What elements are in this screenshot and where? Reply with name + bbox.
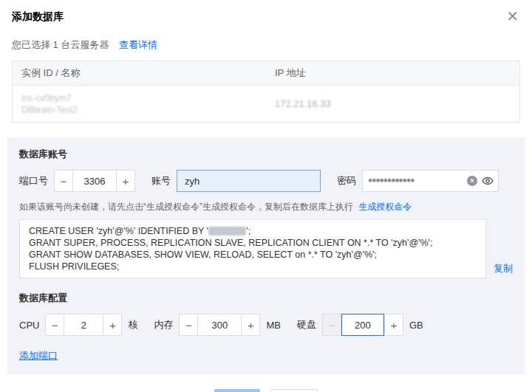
- password-label: 密码: [337, 174, 356, 188]
- disk-label: 硬盘: [297, 318, 316, 331]
- sql-command-row: CREATE USER 'zyh'@'%' IDENTIFIED BY '***…: [19, 219, 513, 278]
- auth-command-hint: 如果该账号尚未创建，请先点击“生成授权命令”生成授权命令，复制后在数据库上执行 …: [19, 201, 513, 213]
- config-form-row: CPU − + 核 内存 − + MB 硬盘 − + GB: [19, 314, 513, 336]
- instance-table: 实例 ID / 名称 IP 地址 ins-cv0bym7 DBbrain-Tes…: [12, 61, 520, 123]
- cpu-stepper: − +: [45, 314, 122, 336]
- sql-line-4: FLUSH PRIVILEGES;: [29, 261, 477, 272]
- confirm-button[interactable]: 确定: [214, 389, 260, 392]
- add-database-dialog: 添加数据库 ✕ 您已选择 1 台云服务器 查看详情 实例 ID / 名称 IP …: [0, 0, 532, 392]
- cpu-input[interactable]: [64, 314, 103, 336]
- sql-line-1-prefix: CREATE USER 'zyh'@'%' IDENTIFIED BY ': [29, 226, 208, 236]
- close-icon[interactable]: ✕: [503, 6, 522, 27]
- instance-ip: 172.21.16.33: [275, 98, 331, 109]
- server-selection-text: 您已选择 1 台云服务器: [12, 39, 109, 50]
- cpu-label: CPU: [19, 320, 39, 331]
- memory-decrease-button[interactable]: −: [179, 314, 198, 336]
- sql-line-1: CREATE USER 'zyh'@'%' IDENTIFIED BY '***…: [29, 225, 477, 237]
- port-input[interactable]: [73, 170, 116, 192]
- table-header-row: 实例 ID / 名称 IP 地址: [13, 61, 520, 86]
- add-port-link[interactable]: 添加端口: [19, 349, 58, 362]
- column-header-instance: 实例 ID / 名称: [13, 61, 267, 86]
- account-input[interactable]: [177, 170, 321, 192]
- clear-icon[interactable]: ✕: [467, 176, 477, 186]
- auth-command-hint-text: 如果该账号尚未创建，请先点击“生成授权命令”生成授权命令，复制后在数据库上执行: [19, 202, 353, 212]
- instance-name: DBbrain-Test2: [21, 104, 257, 116]
- dialog-header: 添加数据库 ✕: [0, 0, 532, 24]
- server-selection-line: 您已选择 1 台云服务器 查看详情: [12, 38, 520, 52]
- memory-label: 内存: [154, 318, 173, 331]
- port-label: 端口号: [19, 174, 48, 188]
- view-details-link[interactable]: 查看详情: [119, 39, 157, 50]
- sql-line-1-suffix: ';: [246, 226, 250, 236]
- password-input[interactable]: [363, 176, 467, 186]
- cpu-increase-button[interactable]: +: [103, 314, 122, 336]
- memory-increase-button[interactable]: +: [241, 314, 260, 336]
- dialog-title: 添加数据库: [12, 10, 64, 22]
- ip-cell: 172.21.16.33: [266, 86, 520, 123]
- account-label: 账号: [151, 174, 171, 188]
- disk-stepper: − +: [322, 314, 403, 336]
- password-field[interactable]: ✕: [362, 170, 499, 192]
- memory-input[interactable]: [198, 314, 241, 336]
- cpu-unit: 核: [128, 318, 137, 331]
- table-row: ins-cv0bym7 DBbrain-Test2 172.21.16.33: [13, 86, 520, 123]
- disk-decrease-button[interactable]: −: [322, 314, 341, 336]
- copy-link[interactable]: 复制: [494, 262, 513, 278]
- cancel-button[interactable]: 取消: [270, 389, 318, 392]
- sql-line-2: GRANT SUPER, PROCESS, REPLICATION SLAVE,…: [29, 237, 477, 249]
- config-section-title: 数据库配置: [19, 292, 513, 305]
- port-decrease-button[interactable]: −: [54, 170, 73, 192]
- disk-unit: GB: [409, 320, 423, 331]
- column-header-ip: IP 地址: [266, 61, 520, 86]
- cpu-decrease-button[interactable]: −: [45, 314, 64, 336]
- disk-input[interactable]: [341, 314, 384, 336]
- account-form-row: 端口号 − + 账号 密码 ✕: [19, 170, 513, 192]
- sql-line-3: GRANT SHOW DATABASES, SHOW VIEW, RELOAD,…: [29, 249, 477, 261]
- account-section-title: 数据库账号: [19, 148, 513, 161]
- generate-auth-command-link[interactable]: 生成授权命令: [358, 202, 412, 212]
- port-increase-button[interactable]: +: [116, 170, 135, 192]
- port-stepper: − +: [54, 170, 135, 192]
- sql-command-box: CREATE USER 'zyh'@'%' IDENTIFIED BY '***…: [19, 219, 486, 278]
- disk-increase-button[interactable]: +: [384, 314, 403, 336]
- eye-icon[interactable]: [482, 175, 494, 187]
- sql-password-redacted: ************: [208, 227, 246, 235]
- memory-unit: MB: [266, 320, 281, 331]
- instance-cell: ins-cv0bym7 DBbrain-Test2: [13, 86, 267, 123]
- memory-stepper: − +: [179, 314, 260, 336]
- instance-id: ins-cv0bym7: [21, 92, 257, 104]
- database-form-panel: 数据库账号 端口号 − + 账号 密码 ✕: [7, 137, 525, 374]
- dialog-footer: 确定 取消: [0, 389, 532, 392]
